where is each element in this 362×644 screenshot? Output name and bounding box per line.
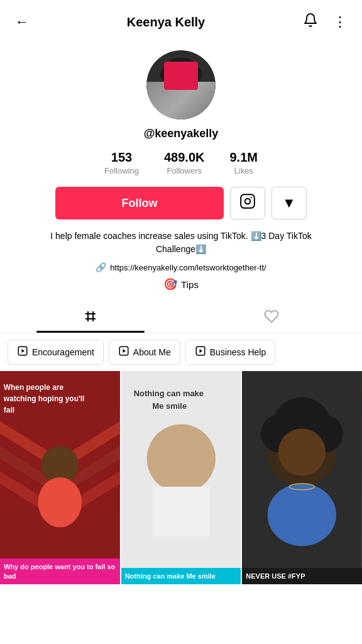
stat-likes: 9.1M Likes <box>229 150 257 175</box>
svg-rect-9 <box>156 96 178 118</box>
svg-point-5 <box>160 67 170 82</box>
play-icon-2 <box>195 345 206 359</box>
likes-label: Likes <box>234 166 253 175</box>
bio-link-text: https://keenyakelly.com/letsworktogether… <box>110 263 266 272</box>
follow-button[interactable]: Follow <box>55 187 224 219</box>
following-label: Following <box>104 166 139 175</box>
svg-rect-35 <box>152 487 209 537</box>
instagram-button[interactable] <box>230 187 265 219</box>
more-options-button[interactable]: ▼ <box>272 187 307 219</box>
chevron-down-icon: ▼ <box>282 195 296 211</box>
video-thumbnail-1: When people are watching hoping you'll f… <box>0 371 120 584</box>
svg-marker-23 <box>199 349 202 353</box>
playlist-label-0: Encouragement <box>32 347 94 357</box>
playlist-business-help[interactable]: Business Help <box>185 340 276 365</box>
svg-point-12 <box>245 199 251 204</box>
likes-count: 9.1M <box>229 150 257 165</box>
svg-point-4 <box>166 58 196 75</box>
video-cell-3[interactable]: NEVER USE #FYP <box>242 371 362 584</box>
svg-point-44 <box>268 484 336 546</box>
svg-marker-19 <box>22 349 25 353</box>
header-actions: ⋮ <box>300 10 349 34</box>
page-title: Keenya Kelly <box>127 15 206 30</box>
more-button[interactable]: ⋮ <box>331 11 349 33</box>
following-count: 153 <box>111 150 132 165</box>
play-icon-0 <box>17 345 28 359</box>
header: ← Keenya Kelly ⋮ <box>0 0 362 44</box>
tips-icon: 🎯 <box>163 277 177 291</box>
svg-text:watching hoping you'll: watching hoping you'll <box>3 394 84 403</box>
svg-text:fail: fail <box>4 406 14 414</box>
play-icon-1 <box>118 345 129 359</box>
svg-marker-7 <box>159 94 175 116</box>
playlist-encouragement[interactable]: Encouragement <box>8 340 104 365</box>
instagram-icon <box>239 193 256 213</box>
tab-liked[interactable] <box>181 301 362 333</box>
svg-marker-21 <box>123 349 126 353</box>
username: @keenyakelly <box>144 127 219 140</box>
video-thumbnail-2: Nothing can make Me smile <box>121 371 241 584</box>
bio-link[interactable]: 🔗 https://keenyakelly.com/letsworktogeth… <box>96 262 266 272</box>
svg-point-1 <box>156 88 206 119</box>
followers-label: Followers <box>167 166 202 175</box>
bio-text: I help female coaches increase sales usi… <box>13 230 349 256</box>
svg-point-13 <box>251 197 252 198</box>
svg-text:Nothing can make: Nothing can make <box>133 389 203 398</box>
svg-point-29 <box>38 477 82 528</box>
video-caption-3: NEVER USE #FYP <box>242 568 362 584</box>
svg-point-43 <box>278 428 326 476</box>
svg-text:Me smile: Me smile <box>152 401 187 411</box>
avatar <box>146 50 216 119</box>
avatar-svg <box>146 50 216 119</box>
svg-point-3 <box>167 63 195 91</box>
ellipsis-icon: ⋮ <box>333 14 347 30</box>
tips-label: Tips <box>181 279 199 290</box>
bell-icon <box>303 13 318 31</box>
tab-grid[interactable] <box>0 301 181 333</box>
heart-outline-icon <box>264 309 279 328</box>
video-cell-1[interactable]: When people are watching hoping you'll f… <box>0 371 120 584</box>
playlist-row: Encouragement About Me Business Help <box>0 333 362 371</box>
video-grid: When people are watching hoping you'll f… <box>0 371 362 584</box>
tips-row[interactable]: 🎯 Tips <box>163 277 199 291</box>
stat-followers: 489.0K Followers <box>164 150 205 175</box>
playlist-label-1: About Me <box>133 347 171 357</box>
notification-button[interactable] <box>300 10 321 34</box>
video-cell-2[interactable]: Nothing can make Me smile Nothing can ma… <box>121 371 241 584</box>
back-icon: ← <box>15 14 29 30</box>
svg-point-6 <box>192 67 202 82</box>
profile-section: @keenyakelly 153 Following 489.0K Follow… <box>0 44 362 301</box>
avatar-image <box>146 50 216 119</box>
svg-rect-10 <box>184 96 206 118</box>
back-button[interactable]: ← <box>13 11 31 33</box>
playlist-about-me[interactable]: About Me <box>109 340 180 365</box>
action-row: Follow ▼ <box>55 187 307 219</box>
video-thumbnail-3 <box>242 371 362 584</box>
stats-row: 153 Following 489.0K Followers 9.1M Like… <box>104 150 258 175</box>
grid-icon <box>83 309 98 328</box>
svg-rect-11 <box>241 194 255 208</box>
video-caption-2: Nothing can make Me smile <box>121 568 241 584</box>
video-caption-1: Why do people want you to fail so bad <box>0 558 120 584</box>
stat-following: 153 Following <box>104 150 139 175</box>
svg-marker-8 <box>187 94 203 116</box>
svg-point-34 <box>146 424 215 492</box>
followers-count: 489.0K <box>164 150 205 165</box>
link-icon: 🔗 <box>96 262 106 272</box>
playlist-label-2: Business Help <box>210 347 266 357</box>
svg-point-2 <box>167 88 195 111</box>
svg-text:When people are: When people are <box>4 383 64 392</box>
tabs-row <box>0 301 362 333</box>
